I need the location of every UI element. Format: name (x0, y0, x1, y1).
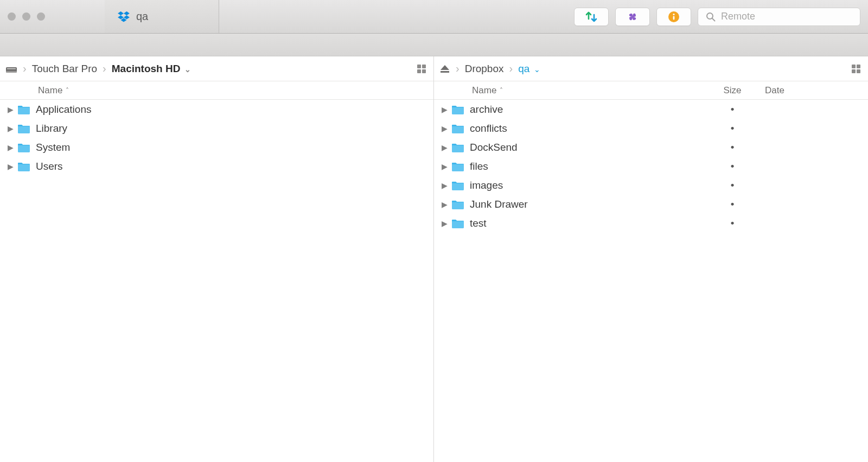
folder-icon (450, 199, 465, 210)
disclosure-triangle-icon[interactable]: ▶ (4, 143, 16, 152)
disclosure-triangle-icon[interactable]: ▶ (4, 105, 16, 114)
disclosure-triangle-icon[interactable]: ▶ (438, 219, 450, 228)
folder-icon (16, 161, 31, 172)
folder-icon (16, 104, 31, 115)
pinwheel-icon (627, 11, 639, 23)
file-name: test (470, 217, 705, 229)
chevron-right-icon: › (103, 62, 106, 75)
window-controls (8, 12, 45, 21)
view-grid-button[interactable] (852, 65, 860, 73)
disclosure-triangle-icon[interactable]: ▶ (438, 162, 450, 171)
folder-icon (450, 142, 465, 153)
file-name: Library (36, 123, 433, 134)
left-file-list[interactable]: ▶Applications▶Library▶System▶Users (0, 100, 433, 462)
disclosure-triangle-icon[interactable]: ▶ (4, 162, 16, 171)
right-breadcrumb: › Dropbox › qa ⌄ (434, 56, 868, 81)
file-size: • (705, 217, 760, 229)
right-pane: › Dropbox › qa ⌄ Name ˄ Size Date ▶archi… (434, 56, 868, 462)
svg-line-8 (712, 18, 715, 21)
left-column-headers: Name ˄ (0, 81, 433, 100)
search-input[interactable] (721, 11, 852, 22)
sync-button[interactable] (574, 8, 609, 26)
column-label: Name (38, 85, 62, 96)
disclosure-triangle-icon[interactable]: ▶ (438, 200, 450, 209)
tab-qa[interactable]: qa (105, 0, 219, 33)
folder-icon (450, 161, 465, 172)
folder-icon (16, 123, 31, 134)
disclosure-triangle-icon[interactable]: ▶ (4, 124, 16, 133)
file-row[interactable]: ▶files• (434, 157, 868, 176)
file-name: conflicts (470, 123, 705, 134)
file-name: Applications (36, 104, 433, 116)
breadcrumb-item[interactable]: Touch Bar Pro (32, 63, 97, 75)
svg-rect-10 (7, 68, 16, 69)
info-button[interactable] (656, 8, 691, 26)
column-header-date[interactable]: Date (760, 85, 868, 96)
file-size: • (705, 161, 760, 172)
svg-rect-6 (673, 16, 675, 20)
file-size: • (705, 198, 760, 210)
close-window-button[interactable] (8, 12, 16, 21)
zoom-window-button[interactable] (37, 12, 45, 21)
breadcrumb-item-current[interactable]: Macintosh HD ⌄ (112, 63, 191, 75)
chevron-down-icon: ⌄ (184, 65, 191, 74)
activity-button[interactable] (615, 8, 650, 26)
file-row[interactable]: ▶images• (434, 176, 868, 195)
chevron-right-icon: › (456, 62, 459, 75)
chevron-down-icon: ⌄ (534, 65, 540, 74)
file-name: images (470, 179, 705, 191)
disclosure-triangle-icon[interactable]: ▶ (438, 124, 450, 133)
secondary-toolbar (0, 34, 868, 56)
file-name: archive (470, 104, 705, 116)
file-row[interactable]: ▶DockSend• (434, 138, 868, 157)
breadcrumb-item-current[interactable]: qa ⌄ (518, 63, 540, 75)
tab-label: qa (136, 10, 148, 23)
svg-point-5 (673, 13, 674, 15)
column-label: Name (472, 85, 496, 96)
file-size: • (705, 104, 760, 116)
minimize-window-button[interactable] (22, 12, 30, 21)
file-row[interactable]: ▶Users (0, 157, 433, 176)
folder-icon (450, 104, 465, 115)
disclosure-triangle-icon[interactable]: ▶ (438, 105, 450, 114)
right-file-list[interactable]: ▶archive•▶conflicts•▶DockSend•▶files•▶im… (434, 100, 868, 462)
file-name: Users (36, 161, 433, 172)
search-box[interactable] (698, 8, 860, 26)
file-row[interactable]: ▶Junk Drawer• (434, 195, 868, 214)
chevron-right-icon: › (23, 62, 27, 75)
column-header-name[interactable]: Name ˄ (0, 85, 433, 96)
right-column-headers: Name ˄ Size Date (434, 81, 868, 100)
view-grid-button[interactable] (417, 65, 426, 73)
titlebar: qa (0, 0, 868, 34)
sync-icon (584, 11, 598, 23)
drive-icon[interactable] (5, 64, 17, 74)
file-row[interactable]: ▶test• (434, 214, 868, 233)
file-row[interactable]: ▶archive• (434, 100, 868, 119)
breadcrumb-label: qa (518, 63, 529, 74)
info-icon (668, 11, 680, 23)
column-header-size[interactable]: Size (705, 85, 760, 96)
eject-icon[interactable] (439, 64, 450, 74)
breadcrumb-label: Macintosh HD (112, 63, 181, 74)
file-row[interactable]: ▶conflicts• (434, 119, 868, 138)
file-row[interactable]: ▶Library (0, 119, 433, 138)
disclosure-triangle-icon[interactable]: ▶ (438, 143, 450, 152)
file-name: files (470, 161, 705, 172)
svg-rect-11 (6, 71, 17, 73)
breadcrumb-item[interactable]: Dropbox (465, 63, 504, 75)
chevron-right-icon: › (509, 62, 513, 75)
left-pane: › Touch Bar Pro › Macintosh HD ⌄ Name ˄ … (0, 56, 434, 462)
search-icon (706, 12, 716, 22)
sort-ascending-icon: ˄ (500, 87, 503, 94)
folder-icon (450, 180, 465, 191)
folder-icon (450, 123, 465, 134)
svg-rect-12 (441, 71, 449, 73)
file-row[interactable]: ▶Applications (0, 100, 433, 119)
disclosure-triangle-icon[interactable]: ▶ (438, 181, 450, 190)
folder-icon (450, 218, 465, 229)
file-row[interactable]: ▶System (0, 138, 433, 157)
file-name: DockSend (470, 142, 705, 153)
left-breadcrumb: › Touch Bar Pro › Macintosh HD ⌄ (0, 56, 433, 81)
column-header-name[interactable]: Name ˄ (434, 85, 705, 96)
sort-ascending-icon: ˄ (66, 87, 69, 94)
